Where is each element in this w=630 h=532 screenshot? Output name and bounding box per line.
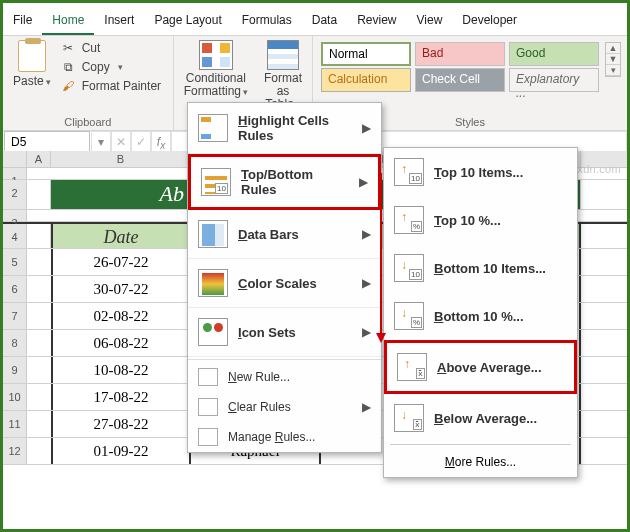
- color-scales-icon: [198, 269, 228, 297]
- copy-icon: ⧉: [61, 60, 76, 74]
- style-calculation[interactable]: Calculation: [321, 68, 411, 92]
- tab-view[interactable]: View: [407, 7, 453, 35]
- name-box[interactable]: D5: [4, 131, 90, 152]
- style-good[interactable]: Good: [509, 42, 599, 66]
- table-icon: [267, 40, 299, 70]
- header-date[interactable]: Date: [51, 224, 191, 248]
- menu-item-manage-rules-[interactable]: Manage Rules...: [188, 422, 381, 452]
- top-bottom-submenu: ↑10Top 10 Items...↑%Top 10 %...↓10Bottom…: [383, 147, 578, 478]
- chevron-down-icon: ▾: [46, 77, 51, 87]
- conditional-formatting-menu: Highlight Cells Rules▶10Top/Bottom Rules…: [187, 102, 382, 453]
- row-header[interactable]: 8: [3, 330, 27, 356]
- row-header[interactable]: 4: [3, 224, 27, 248]
- select-all-corner[interactable]: [3, 151, 27, 167]
- submenu-item-more-rules[interactable]: More Rules...: [384, 447, 577, 477]
- cancel-icon[interactable]: ✕: [111, 131, 131, 152]
- rule-icon: ↑x̄: [397, 353, 427, 381]
- chevron-right-icon: ▶: [362, 121, 371, 135]
- cell-date[interactable]: 06-08-22: [51, 330, 191, 356]
- tab-review[interactable]: Review: [347, 7, 406, 35]
- chevron-right-icon: ▶: [362, 227, 371, 241]
- paste-button[interactable]: Paste▾: [9, 38, 55, 90]
- conditional-formatting-button[interactable]: ConditionalFormatting▾: [180, 38, 252, 101]
- rule-icon: [198, 428, 218, 446]
- row-header[interactable]: 7: [3, 303, 27, 329]
- conditional-formatting-icon: [199, 40, 233, 70]
- row-header[interactable]: 5: [3, 249, 27, 275]
- top-bottom-icon: 10: [201, 168, 231, 196]
- data-bars-icon: [198, 220, 228, 248]
- tab-insert[interactable]: Insert: [94, 7, 144, 35]
- style-bad[interactable]: Bad: [415, 42, 505, 66]
- rule-icon: ↑%: [394, 206, 424, 234]
- group-label-clipboard: Clipboard: [9, 114, 167, 130]
- tab-file[interactable]: File: [3, 7, 42, 35]
- menu-item-color-scales[interactable]: Color Scales▶: [188, 259, 381, 308]
- style-normal[interactable]: Normal: [321, 42, 411, 66]
- cell-date[interactable]: 26-07-22: [51, 249, 191, 275]
- ribbon-tabs: FileHomeInsertPage LayoutFormulasDataRev…: [3, 3, 627, 36]
- cell-date[interactable]: 30-07-22: [51, 276, 191, 302]
- chevron-down-icon: ▾: [118, 62, 123, 72]
- row-header[interactable]: 2: [3, 180, 27, 209]
- row-header[interactable]: 3: [3, 210, 27, 221]
- row-header[interactable]: 9: [3, 357, 27, 383]
- icon-sets-icon: [198, 318, 228, 346]
- submenu-item-top-[interactable]: ↑%Top 10 %...: [384, 196, 577, 244]
- chevron-right-icon: ▶: [362, 276, 371, 290]
- chevron-right-icon: ▶: [359, 175, 368, 189]
- tab-developer[interactable]: Developer: [452, 7, 527, 35]
- submenu-item-top-items-[interactable]: ↑10Top 10 Items...: [384, 148, 577, 196]
- cell-date[interactable]: 01-09-22: [51, 438, 191, 464]
- menu-item-icon-sets[interactable]: Icon Sets▶: [188, 308, 381, 357]
- cell-styles-gallery[interactable]: Normal Bad Good Calculation Check Cell E…: [321, 42, 599, 92]
- enter-icon[interactable]: ✓: [131, 131, 151, 152]
- paste-label: Paste: [13, 74, 44, 88]
- menu-item-highlight-cells-rules[interactable]: Highlight Cells Rules▶: [188, 103, 381, 154]
- row-header[interactable]: 1: [3, 168, 27, 179]
- title-cell[interactable]: Ab: [51, 180, 191, 209]
- submenu-item-below-average-[interactable]: ↓x̄Below Average...: [384, 394, 577, 442]
- rule-icon: ↓10: [394, 254, 424, 282]
- name-box-dropdown[interactable]: ▾: [91, 131, 111, 152]
- menu-item-new-rule-[interactable]: New Rule...: [188, 362, 381, 392]
- cell-date[interactable]: 27-08-22: [51, 411, 191, 437]
- brush-icon: 🖌: [61, 79, 76, 93]
- style-check-cell[interactable]: Check Cell: [415, 68, 505, 92]
- menu-item-clear-rules[interactable]: Clear Rules▶: [188, 392, 381, 422]
- col-header-b[interactable]: B: [51, 151, 191, 167]
- row-header[interactable]: 10: [3, 384, 27, 410]
- submenu-item-bottom-[interactable]: ↓%Bottom 10 %...: [384, 292, 577, 340]
- scissors-icon: ✂: [61, 41, 76, 55]
- cell-date[interactable]: 02-08-22: [51, 303, 191, 329]
- format-painter-button[interactable]: 🖌Format Painter: [59, 78, 163, 94]
- col-header-a[interactable]: A: [27, 151, 51, 167]
- menu-item-data-bars[interactable]: Data Bars▶: [188, 210, 381, 259]
- chevron-right-icon: ▶: [362, 400, 371, 414]
- row-header[interactable]: 6: [3, 276, 27, 302]
- tab-home[interactable]: Home: [42, 7, 94, 35]
- menu-item-top-bottom-rules[interactable]: 10Top/Bottom Rules▶: [188, 154, 381, 210]
- fx-icon[interactable]: fx: [151, 131, 171, 152]
- highlight-cells-icon: [198, 114, 228, 142]
- clipboard-icon: [18, 40, 46, 72]
- cell-date[interactable]: 17-08-22: [51, 384, 191, 410]
- tab-page-layout[interactable]: Page Layout: [144, 7, 231, 35]
- rule-icon: ↓x̄: [394, 404, 424, 432]
- copy-button[interactable]: ⧉Copy▾: [59, 59, 163, 75]
- row-header[interactable]: 11: [3, 411, 27, 437]
- chevron-down-icon: ▾: [243, 87, 248, 97]
- rule-icon: [198, 398, 218, 416]
- cell-date[interactable]: 10-08-22: [51, 357, 191, 383]
- rule-icon: ↓%: [394, 302, 424, 330]
- styles-scroll[interactable]: ▲▼▾: [605, 42, 621, 77]
- tab-data[interactable]: Data: [302, 7, 347, 35]
- tab-formulas[interactable]: Formulas: [232, 7, 302, 35]
- rule-icon: [198, 368, 218, 386]
- cut-button[interactable]: ✂Cut: [59, 40, 163, 56]
- chevron-right-icon: ▶: [362, 325, 371, 339]
- submenu-item-bottom-items-[interactable]: ↓10Bottom 10 Items...: [384, 244, 577, 292]
- row-header[interactable]: 12: [3, 438, 27, 464]
- submenu-item-above-average-[interactable]: ↑x̄Above Average...: [384, 340, 577, 394]
- style-explanatory[interactable]: Explanatory ...: [509, 68, 599, 92]
